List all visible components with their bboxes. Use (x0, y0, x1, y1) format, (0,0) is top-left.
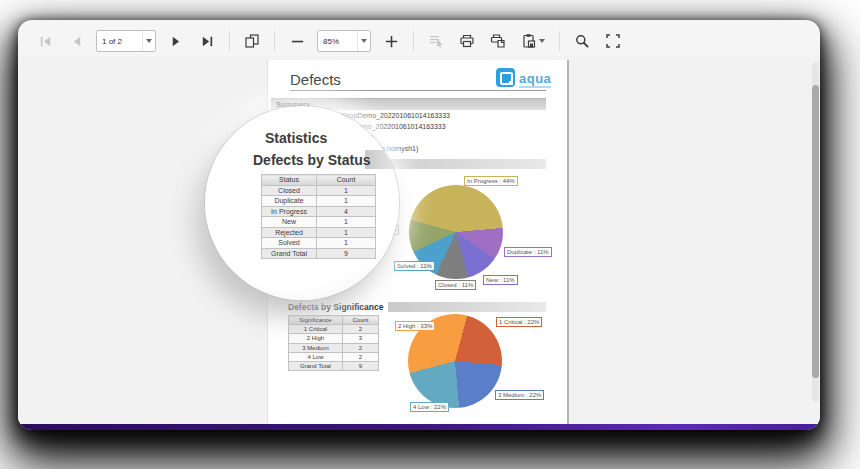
first-page-button[interactable] (34, 30, 56, 52)
report-title: Defects (290, 71, 341, 88)
zoom-in-icon (384, 34, 399, 49)
chevron-down-icon (539, 39, 545, 43)
scrollbar-thumb[interactable] (812, 85, 819, 378)
table-cell: 9 (343, 361, 379, 370)
full-screen-button[interactable] (602, 30, 624, 52)
table-cell: 2 High (289, 334, 343, 343)
table-cell: Grand Total (289, 361, 343, 370)
table-row: Grand Total9 (262, 248, 376, 259)
table-cell: 1 (317, 217, 376, 228)
previous-page-button[interactable] (65, 30, 87, 52)
zoom-out-icon (290, 34, 305, 49)
print-page-icon (490, 33, 506, 49)
table-header-row: SignificanceCount (289, 316, 379, 325)
title-divider (290, 90, 546, 91)
text-selection-button[interactable] (425, 30, 447, 52)
defects-by-significance-heading: Defects by Significance (288, 302, 383, 312)
first-page-icon (38, 34, 53, 49)
table-header-cell: Count (317, 175, 376, 186)
table-header-cell: Status (262, 175, 317, 186)
table-row: In Progress4 (262, 206, 376, 217)
chevron-down-icon (361, 39, 367, 43)
table-cell: 4 (317, 206, 376, 217)
pie-label-high: 2 High : 33% (395, 321, 435, 331)
table-cell: Grand Total (262, 248, 317, 259)
magnified-defects-by-status-table: StatusCountClosed1Duplicate1In Progress4… (261, 174, 376, 259)
zoom-combo-caret[interactable] (357, 31, 370, 51)
table-row: 3 Medium2 (289, 343, 379, 352)
table-header-row: StatusCount (262, 175, 376, 186)
table-row: New1 (262, 217, 376, 228)
search-button[interactable] (571, 30, 593, 52)
toolbar-separator (229, 31, 230, 51)
print-page-button[interactable] (487, 30, 509, 52)
table-row: Grand Total9 (289, 361, 379, 370)
table-cell: 1 (317, 227, 376, 238)
text-selection-icon (428, 33, 444, 49)
table-row: 2 High3 (289, 334, 379, 343)
next-page-button[interactable] (165, 30, 187, 52)
table-row: 4 Low2 (289, 352, 379, 361)
export-icon (521, 33, 537, 49)
defects-by-significance-bar (388, 302, 546, 312)
magnifier-circle: Statistics Defects by Status StatusCount… (205, 106, 399, 300)
defects-by-status-bar (368, 159, 546, 169)
chevron-down-icon (146, 39, 152, 43)
table-header-cell: Significance (289, 316, 343, 325)
pie-label-low: 4 Low : 22% (410, 402, 449, 412)
print-icon (459, 33, 475, 49)
table-row: Duplicate1 (262, 196, 376, 207)
logo-tagline-bar (519, 86, 551, 88)
zoom-out-button[interactable] (286, 30, 308, 52)
magnified-defects-by-status-heading: Defects by Status (253, 152, 370, 168)
pie-label-closed: Closed : 11% (435, 280, 476, 290)
table-cell: 1 (317, 196, 376, 207)
table-cell: 2 (343, 343, 379, 352)
table-cell: 3 (343, 334, 379, 343)
toolbar-separator (274, 31, 275, 51)
pie-label-medium: 3 Medium : 22% (495, 390, 544, 400)
multi-page-view-button[interactable] (241, 30, 263, 52)
toolbar-separator (413, 31, 414, 51)
toolbar: 1 of 2 85% (18, 20, 820, 56)
zoom-level-combo[interactable]: 85% (317, 30, 371, 52)
export-dropdown-button[interactable] (518, 30, 548, 52)
toolbar-separator (559, 31, 560, 51)
table-cell: 9 (317, 248, 376, 259)
table-cell: 1 (317, 185, 376, 196)
vertical-scrollbar[interactable] (812, 62, 819, 402)
report-viewer-window: 1 of 2 85% (18, 20, 820, 430)
table-row: Solved1 (262, 238, 376, 249)
table-cell: 1 (317, 238, 376, 249)
table-header-cell: Count (343, 316, 379, 325)
next-page-icon (169, 34, 184, 49)
search-icon (574, 33, 590, 49)
table-row: Rejected1 (262, 227, 376, 238)
table-cell: In Progress (262, 206, 317, 217)
table-cell: 1 Critical (289, 325, 343, 334)
table-row: Closed1 (262, 185, 376, 196)
page-number-combo[interactable]: 1 of 2 (96, 30, 156, 52)
aqua-logo-icon (496, 68, 515, 87)
zoom-in-button[interactable] (380, 30, 402, 52)
full-screen-icon (605, 33, 621, 49)
table-cell: 2 (343, 352, 379, 361)
pie-label-duplicate: Duplicate : 11% (504, 247, 552, 257)
pie-label-in-progress: In Progress : 44% (464, 176, 518, 186)
table-row: 1 Critical2 (289, 325, 379, 334)
table-cell: New (262, 217, 317, 228)
page-indicator: 1 of 2 (97, 37, 142, 46)
previous-page-icon (69, 34, 84, 49)
window-bottom-accent (18, 424, 820, 430)
project-value: ShopDemo_202201061014163333 (341, 112, 450, 119)
table-cell: Rejected (262, 227, 317, 238)
table-cell: 2 (343, 325, 379, 334)
pie-label-new: New : 11% (483, 275, 518, 285)
last-page-button[interactable] (196, 30, 218, 52)
print-button[interactable] (456, 30, 478, 52)
pie-label-solved: Solved : 11% (394, 261, 435, 271)
page-combo-caret[interactable] (142, 31, 155, 51)
magnified-statistics-heading: Statistics (265, 130, 327, 146)
table-cell: Duplicate (262, 196, 317, 207)
last-page-icon (200, 34, 215, 49)
